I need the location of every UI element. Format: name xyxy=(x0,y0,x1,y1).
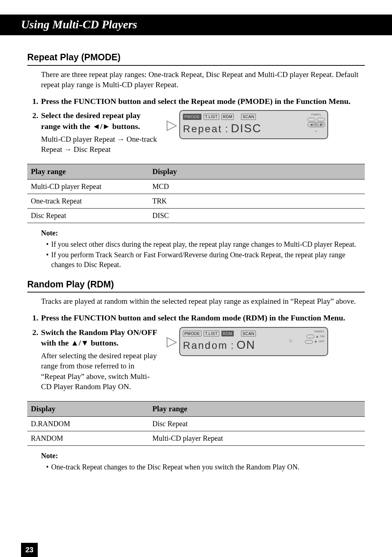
th-display: Display xyxy=(27,401,149,416)
lcd-chip-rdm: RDM xyxy=(221,114,234,120)
play-icon: ▷ xyxy=(290,338,293,343)
lcd-pwrfl: PWRFL xyxy=(311,113,321,117)
lcd-chip-pmode: PMODE xyxy=(183,331,201,337)
lcd-label: Repeat xyxy=(183,122,222,136)
lcd-display-repeat: ▷ PMODE T.LIST RDM SCAN Repeat : DISC xyxy=(167,110,365,139)
section-heading-repeat: Repeat Play (PMODE) xyxy=(27,51,365,66)
lcd-chip-scan: SCAN xyxy=(241,331,256,337)
lcd-chip-scan: SCAN xyxy=(241,114,256,120)
th-play-range: Play range xyxy=(149,401,365,416)
lcd-pwrfl: PWRFL xyxy=(314,330,324,334)
table-row: One-track RepeatTRK xyxy=(27,194,365,208)
section2-step2-head: 2.Switch the Random Play ON/OFF with the… xyxy=(32,327,158,348)
lcd-value: ON xyxy=(237,337,256,353)
table-row: Disc RepeatDISC xyxy=(27,208,365,223)
note-label: Note: xyxy=(41,451,365,461)
table-row: D.RANDOMDisc Repeat xyxy=(27,416,365,431)
random-play-table: Display Play range D.RANDOMDisc Repeat R… xyxy=(27,401,365,445)
section2-notes: One-track Repeat changes to the Disc Rep… xyxy=(46,462,365,472)
lcd-display-random: ▷ PMODE T.LIST RDM SCAN Random : ON xyxy=(167,327,365,356)
section1-step2-head: 2.Select the desired repeat play range w… xyxy=(32,110,158,132)
play-icon: ▷ xyxy=(321,121,324,126)
page-number: 23 xyxy=(21,543,38,557)
section2-step2-body: After selecting the desired repeat play … xyxy=(41,351,158,392)
section1-intro: There are three repeat play ranges: One-… xyxy=(41,69,365,90)
list-item: One-track Repeat changes to the Disc Rep… xyxy=(46,462,365,472)
section2-intro: Tracks are played at random within the s… xyxy=(41,296,365,306)
repeat-play-table: Play range Display Multi-CD player Repea… xyxy=(27,164,365,223)
section1-step2-body: Multi-CD player Repeat → One-track Repea… xyxy=(41,134,158,155)
lcd-chip-tlist: T.LIST xyxy=(204,331,219,337)
lcd-chip-pmode: PMODE xyxy=(183,114,201,120)
list-item: If you perform Track Search or Fast Forw… xyxy=(46,250,365,270)
chapter-header: Using Multi-CD Players xyxy=(0,15,392,35)
th-play-range: Play range xyxy=(27,164,149,179)
section1-step1: 1.Press the FUNCTION button and select t… xyxy=(32,96,365,107)
cursor-icon: ▷ xyxy=(167,116,177,134)
table-row: RANDOMMulti-CD player Repeat xyxy=(27,431,365,445)
section1-notes: If you select other discs during the rep… xyxy=(46,239,365,270)
lcd-value: DISC xyxy=(231,121,261,136)
lcd-chip-tlist: T.LIST xyxy=(204,114,219,120)
lcd-chip-rdm: RDM xyxy=(221,331,234,337)
note-label: Note: xyxy=(41,228,365,238)
section2-step1: 1.Press the FUNCTION button and select t… xyxy=(32,312,365,323)
section-heading-random: Random Play (RDM) xyxy=(27,278,365,293)
list-item: If you select other discs during the rep… xyxy=(46,239,365,249)
th-display: Display xyxy=(149,164,365,179)
lcd-label: Random xyxy=(183,339,228,352)
cursor-icon: ▷ xyxy=(167,332,177,351)
table-row: Multi-CD player RepeatMCD xyxy=(27,179,365,194)
